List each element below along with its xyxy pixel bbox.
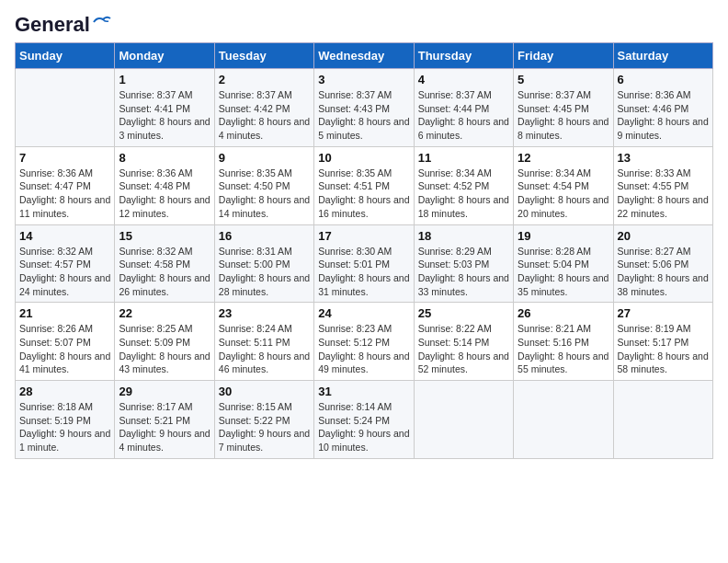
day-info: Sunrise: 8:24 AMSunset: 5:11 PMDaylight:… (219, 322, 310, 376)
day-number: 24 (318, 306, 409, 320)
day-info: Sunrise: 8:22 AMSunset: 5:14 PMDaylight:… (418, 322, 509, 376)
calendar-cell: 15Sunrise: 8:32 AMSunset: 4:58 PMDayligh… (115, 224, 214, 303)
day-info: Sunrise: 8:21 AMSunset: 5:16 PMDaylight:… (518, 322, 609, 376)
day-info: Sunrise: 8:29 AMSunset: 5:03 PMDaylight:… (418, 245, 509, 299)
header-saturday: Saturday (613, 43, 712, 69)
calendar-week-4: 21Sunrise: 8:26 AMSunset: 5:07 PMDayligh… (16, 303, 713, 381)
day-number: 28 (19, 385, 110, 398)
day-info: Sunrise: 8:30 AMSunset: 5:01 PMDaylight:… (318, 245, 409, 299)
logo-bird-icon (92, 15, 112, 29)
calendar-cell: 10Sunrise: 8:35 AMSunset: 4:51 PMDayligh… (314, 146, 414, 224)
day-info: Sunrise: 8:14 AMSunset: 5:24 PMDaylight:… (318, 400, 409, 454)
calendar-cell: 8Sunrise: 8:36 AMSunset: 4:48 PMDaylight… (115, 146, 214, 224)
day-info: Sunrise: 8:19 AMSunset: 5:17 PMDaylight:… (618, 322, 709, 376)
day-info: Sunrise: 8:35 AMSunset: 4:51 PMDaylight:… (318, 167, 409, 221)
day-number: 6 (618, 73, 709, 86)
day-number: 1 (119, 73, 210, 86)
calendar-cell: 19Sunrise: 8:28 AMSunset: 5:04 PMDayligh… (514, 224, 613, 303)
calendar-cell: 21Sunrise: 8:26 AMSunset: 5:07 PMDayligh… (16, 303, 115, 381)
day-info: Sunrise: 8:26 AMSunset: 5:07 PMDaylight:… (19, 322, 110, 376)
day-info: Sunrise: 8:36 AMSunset: 4:46 PMDaylight:… (618, 88, 709, 143)
calendar-cell: 26Sunrise: 8:21 AMSunset: 5:16 PMDayligh… (514, 303, 613, 381)
calendar-cell: 22Sunrise: 8:25 AMSunset: 5:09 PMDayligh… (115, 303, 214, 381)
day-info: Sunrise: 8:37 AMSunset: 4:43 PMDaylight:… (318, 88, 409, 143)
calendar-week-2: 7Sunrise: 8:36 AMSunset: 4:47 PMDaylight… (16, 146, 713, 224)
calendar-cell: 30Sunrise: 8:15 AMSunset: 5:22 PMDayligh… (214, 381, 313, 459)
day-number: 15 (119, 229, 210, 243)
calendar-cell: 23Sunrise: 8:24 AMSunset: 5:11 PMDayligh… (214, 303, 313, 381)
calendar-cell: 31Sunrise: 8:14 AMSunset: 5:24 PMDayligh… (314, 381, 414, 459)
day-number: 23 (219, 306, 310, 320)
day-number: 3 (318, 73, 409, 86)
day-number: 17 (318, 229, 409, 243)
page-header: General (15, 15, 713, 33)
calendar-cell (514, 381, 613, 459)
day-info: Sunrise: 8:37 AMSunset: 4:42 PMDaylight:… (219, 88, 310, 143)
day-info: Sunrise: 8:36 AMSunset: 4:48 PMDaylight:… (119, 167, 210, 221)
day-info: Sunrise: 8:32 AMSunset: 4:57 PMDaylight:… (19, 245, 110, 299)
calendar-cell: 7Sunrise: 8:36 AMSunset: 4:47 PMDaylight… (16, 146, 115, 224)
day-info: Sunrise: 8:25 AMSunset: 5:09 PMDaylight:… (119, 322, 210, 376)
calendar-cell: 5Sunrise: 8:37 AMSunset: 4:45 PMDaylight… (514, 69, 613, 147)
calendar-cell: 27Sunrise: 8:19 AMSunset: 5:17 PMDayligh… (613, 303, 712, 381)
day-number: 4 (418, 73, 509, 86)
calendar-cell (414, 381, 513, 459)
calendar-cell: 9Sunrise: 8:35 AMSunset: 4:50 PMDaylight… (214, 146, 313, 224)
day-number: 13 (618, 151, 709, 165)
calendar-cell: 3Sunrise: 8:37 AMSunset: 4:43 PMDaylight… (314, 69, 414, 147)
day-info: Sunrise: 8:15 AMSunset: 5:22 PMDaylight:… (219, 400, 310, 454)
calendar-cell: 14Sunrise: 8:32 AMSunset: 4:57 PMDayligh… (16, 224, 115, 303)
calendar-cell: 17Sunrise: 8:30 AMSunset: 5:01 PMDayligh… (314, 224, 414, 303)
calendar-week-3: 14Sunrise: 8:32 AMSunset: 4:57 PMDayligh… (16, 224, 713, 303)
calendar-header-row: SundayMondayTuesdayWednesdayThursdayFrid… (16, 43, 713, 69)
day-info: Sunrise: 8:18 AMSunset: 5:19 PMDaylight:… (19, 400, 110, 454)
day-number: 2 (219, 73, 310, 86)
calendar-cell (16, 69, 115, 147)
day-number: 5 (518, 73, 609, 86)
day-number: 18 (418, 229, 509, 243)
logo-text: General (15, 15, 90, 35)
day-number: 16 (219, 229, 310, 243)
day-info: Sunrise: 8:32 AMSunset: 4:58 PMDaylight:… (119, 245, 210, 299)
calendar-cell: 4Sunrise: 8:37 AMSunset: 4:44 PMDaylight… (414, 69, 513, 147)
calendar-cell: 6Sunrise: 8:36 AMSunset: 4:46 PMDaylight… (613, 69, 712, 147)
day-number: 22 (119, 306, 210, 320)
day-info: Sunrise: 8:33 AMSunset: 4:55 PMDaylight:… (618, 167, 709, 221)
calendar-cell: 29Sunrise: 8:17 AMSunset: 5:21 PMDayligh… (115, 381, 214, 459)
day-number: 21 (19, 306, 110, 320)
day-number: 20 (618, 229, 709, 243)
day-number: 29 (119, 385, 210, 398)
day-number: 25 (418, 306, 509, 320)
day-info: Sunrise: 8:27 AMSunset: 5:06 PMDaylight:… (618, 245, 709, 299)
calendar-cell (613, 381, 712, 459)
day-number: 27 (618, 306, 709, 320)
day-number: 11 (418, 151, 509, 165)
day-info: Sunrise: 8:37 AMSunset: 4:45 PMDaylight:… (518, 88, 609, 143)
header-wednesday: Wednesday (314, 43, 414, 69)
header-monday: Monday (115, 43, 214, 69)
header-sunday: Sunday (16, 43, 115, 69)
day-number: 8 (119, 151, 210, 165)
logo: General (15, 15, 112, 33)
calendar-week-1: 1Sunrise: 8:37 AMSunset: 4:41 PMDaylight… (16, 69, 713, 147)
day-number: 10 (318, 151, 409, 165)
calendar-cell: 18Sunrise: 8:29 AMSunset: 5:03 PMDayligh… (414, 224, 513, 303)
calendar-week-5: 28Sunrise: 8:18 AMSunset: 5:19 PMDayligh… (16, 381, 713, 459)
day-info: Sunrise: 8:37 AMSunset: 4:41 PMDaylight:… (119, 88, 210, 143)
calendar-cell: 1Sunrise: 8:37 AMSunset: 4:41 PMDaylight… (115, 69, 214, 147)
day-info: Sunrise: 8:35 AMSunset: 4:50 PMDaylight:… (219, 167, 310, 221)
calendar-cell: 12Sunrise: 8:34 AMSunset: 4:54 PMDayligh… (514, 146, 613, 224)
day-number: 19 (518, 229, 609, 243)
day-info: Sunrise: 8:17 AMSunset: 5:21 PMDaylight:… (119, 400, 210, 454)
day-number: 31 (318, 385, 409, 398)
calendar-cell: 13Sunrise: 8:33 AMSunset: 4:55 PMDayligh… (613, 146, 712, 224)
calendar-cell: 24Sunrise: 8:23 AMSunset: 5:12 PMDayligh… (314, 303, 414, 381)
day-number: 7 (19, 151, 110, 165)
calendar-cell: 25Sunrise: 8:22 AMSunset: 5:14 PMDayligh… (414, 303, 513, 381)
header-friday: Friday (514, 43, 613, 69)
day-info: Sunrise: 8:28 AMSunset: 5:04 PMDaylight:… (518, 245, 609, 299)
calendar-cell: 16Sunrise: 8:31 AMSunset: 5:00 PMDayligh… (214, 224, 313, 303)
day-info: Sunrise: 8:37 AMSunset: 4:44 PMDaylight:… (418, 88, 509, 143)
day-info: Sunrise: 8:34 AMSunset: 4:54 PMDaylight:… (518, 167, 609, 221)
calendar-cell: 2Sunrise: 8:37 AMSunset: 4:42 PMDaylight… (214, 69, 313, 147)
